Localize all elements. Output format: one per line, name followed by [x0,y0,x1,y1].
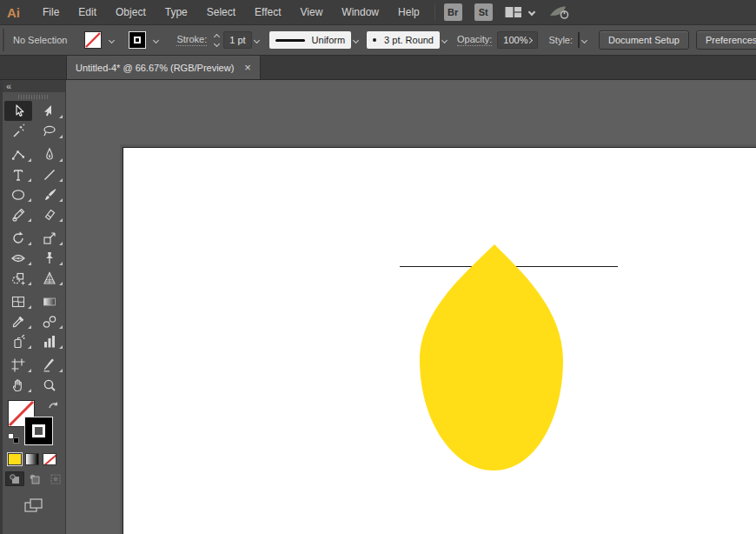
menu-select[interactable]: Select [197,0,245,25]
perspective-grid-tool-icon [42,270,57,286]
stroke-swatch-dropdown[interactable] [149,31,162,49]
lasso-tool[interactable] [34,121,65,141]
draw-behind-button[interactable] [25,471,44,486]
document-tab[interactable]: Untitled-4* @ 66.67% (RGB/Preview) × [66,56,261,79]
column-graph-tool[interactable] [34,331,65,351]
zoom-tool[interactable] [34,375,65,395]
stock-button[interactable]: St [474,3,493,21]
pen-tool[interactable] [34,144,65,164]
direct-selection-tool[interactable] [34,101,65,121]
stroke-weight-field[interactable]: 1 pt [223,31,251,49]
stroke-label[interactable]: Stroke: [176,34,207,46]
panel-collapse-button[interactable]: « [3,80,65,92]
menu-window[interactable]: Window [332,0,388,25]
control-bar: No Selection Stroke: 1 pt Uniform [0,25,756,56]
menu-effect[interactable]: Effect [245,0,290,25]
style-swatch[interactable] [578,32,580,48]
magic-wand-tool[interactable] [3,121,34,141]
document-tab-bar: Untitled-4* @ 66.67% (RGB/Preview) × [0,56,756,80]
bridge-button[interactable]: Br [444,3,462,21]
fill-swatch[interactable] [84,31,102,49]
perspective-grid-tool[interactable] [34,268,65,288]
workspace-switcher[interactable] [505,6,534,18]
paintbrush-tool[interactable] [34,184,65,204]
brush-widget[interactable]: 3 pt. Round [367,31,440,49]
tab-close-icon[interactable]: × [244,62,251,73]
ellipse-tool-icon [10,187,26,203]
menu-edit[interactable]: Edit [69,0,106,25]
none-button[interactable] [43,453,56,465]
rotate-tool[interactable] [3,228,34,248]
symbol-sprayer-tool-icon [10,334,26,350]
swap-fill-stroke-icon[interactable] [48,400,60,413]
quick-color-buttons [3,449,65,465]
brush-label: 3 pt. Round [384,35,434,45]
mesh-tool[interactable] [3,291,34,311]
symbol-sprayer-tool[interactable] [3,331,34,351]
shape-builder-tool[interactable] [3,268,34,288]
illustrator-window: Ai File Edit Object Type Select Effect V… [0,0,756,534]
menu-type[interactable]: Type [156,0,197,25]
default-fill-stroke-icon[interactable] [8,433,19,444]
width-tool[interactable] [3,248,34,268]
slice-tool[interactable] [34,355,65,375]
share-power-icon[interactable] [548,4,569,20]
document-setup-button[interactable]: Document Setup [599,30,689,50]
gradient-button[interactable] [25,453,39,465]
ellipse-tool[interactable] [3,184,34,204]
color-wells [3,398,65,449]
magic-wand-tool-icon [10,123,26,139]
type-tool[interactable] [3,164,34,184]
menu-view[interactable]: View [291,0,333,25]
direct-selection-tool-icon [42,103,57,119]
width-profile-widget[interactable]: Uniform [269,31,352,49]
opacity-label[interactable]: Opacity: [457,34,492,46]
menu-help[interactable]: Help [388,0,429,25]
style-dropdown[interactable] [582,31,587,49]
fill-dropdown[interactable] [104,31,118,49]
artboard-tool[interactable] [3,355,34,375]
stroke-weight-stepper[interactable] [215,35,219,46]
scale-tool[interactable] [34,228,65,248]
draw-inside-icon [50,474,62,484]
stroke-swatch[interactable] [129,31,146,49]
preferences-button[interactable]: Preferences [696,30,756,50]
control-bar-grip[interactable] [3,29,4,51]
draw-inside-button[interactable] [46,471,65,486]
menu-file[interactable]: File [33,0,69,25]
none-fill-icon [85,32,101,48]
stroke-weight-dropdown[interactable] [255,31,259,49]
line-segment-tool[interactable] [34,164,65,184]
line-segment-tool-icon [42,167,57,183]
menu-object[interactable]: Object [106,0,156,25]
width-profile-dropdown[interactable] [354,31,358,49]
selection-tool[interactable] [4,101,32,121]
stroke-color-well[interactable] [24,417,53,445]
selection-tool-icon [10,103,26,119]
gradient-tool[interactable] [34,291,65,311]
tools-panel-grip[interactable] [18,95,50,99]
opacity-field[interactable]: 100% [497,31,538,49]
screen-mode-button[interactable] [3,486,65,512]
stepper-down-icon [214,40,220,46]
canvas-area[interactable] [66,80,756,534]
opacity-value: 100% [503,35,527,45]
curvature-tool[interactable] [3,144,34,164]
eraser-tool[interactable] [34,204,65,224]
draw-normal-button[interactable] [5,471,24,486]
blend-tool[interactable] [34,311,65,331]
puppet-warp-tool[interactable] [34,248,65,268]
artboard[interactable] [123,147,756,534]
blend-tool-icon [42,314,57,330]
artboard-tool-icon [10,357,26,373]
collapse-double-chevron-icon: « [6,82,11,90]
hand-tool[interactable] [3,375,34,395]
color-button[interactable] [8,453,22,465]
brush-preview-icon [373,38,376,42]
width-profile-label: Uniform [312,35,346,45]
leaf-shape[interactable] [420,244,563,471]
brush-dropdown[interactable] [442,31,447,49]
shaper-pencil-tool[interactable] [3,204,34,224]
eyedropper-tool[interactable] [3,311,34,331]
uniform-profile-icon [275,39,305,42]
